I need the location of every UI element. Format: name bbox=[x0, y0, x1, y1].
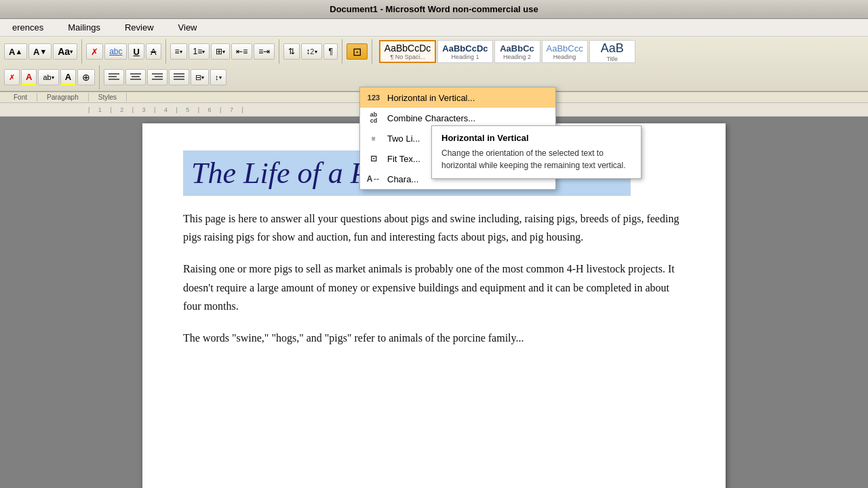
text-effect-btn[interactable]: abc bbox=[104, 43, 127, 60]
title-bar: Document1 - Microsoft Word non-commercia… bbox=[0, 0, 868, 19]
menu-view[interactable]: View bbox=[173, 21, 203, 34]
multicolumn-btn[interactable]: ⊟▾ bbox=[191, 69, 209, 85]
style-heading2[interactable]: AaBbCc Heading 2 bbox=[494, 40, 540, 63]
styles-section-label: Styles bbox=[89, 93, 127, 102]
paragraph-3-text: The words "swine," "hogs," and "pigs" re… bbox=[183, 332, 524, 344]
pilcrow-btn[interactable]: ¶ bbox=[323, 43, 337, 60]
sep1 bbox=[81, 39, 82, 64]
paragraph-section-label: Paragraph bbox=[37, 93, 89, 102]
clear-format-btn[interactable]: ✗ bbox=[86, 43, 103, 60]
row2-sep1 bbox=[99, 65, 100, 89]
ribbon-row1: A▲ A▼ Aa▾ ✗ abc U A ≡▾ 1≡▾ ⊞▾ ⇤≡ ≡⇥ ⇅ ↕2… bbox=[4, 39, 864, 64]
align-center-icon bbox=[130, 73, 141, 82]
align-right-icon bbox=[152, 73, 163, 82]
font-section-label: Font bbox=[4, 93, 37, 102]
paragraph-2: Raising one or more pigs to sell as mark… bbox=[183, 260, 685, 315]
paragraph-1: This page is here to answer all your que… bbox=[183, 209, 685, 246]
style-no-spacing-label: ¶ No Spaci... bbox=[390, 54, 425, 60]
combine-characters-icon: abcd bbox=[367, 111, 380, 125]
fit-text-icon: ⊡ bbox=[367, 152, 380, 165]
multilevel-btn[interactable]: ⊞▾ bbox=[211, 43, 230, 60]
styles-gallery: AaBbCcDc ¶ No Spaci... AaBbCcDc Heading … bbox=[379, 40, 635, 63]
font-size-up-btn[interactable]: A▲ bbox=[4, 43, 27, 60]
bullets-btn[interactable]: ≡▾ bbox=[170, 43, 187, 60]
style-heading3-label: Heading bbox=[553, 54, 576, 60]
style-heading2-text: AaBbCc bbox=[500, 43, 534, 54]
style-title-label: Title bbox=[606, 56, 618, 62]
font-color2-btn[interactable]: A bbox=[60, 69, 76, 85]
paragraph-2-text: Raising one or more pigs to sell as mark… bbox=[183, 263, 675, 311]
font-color-a-btn[interactable]: A bbox=[21, 69, 37, 85]
text-direction-btn[interactable]: ⊡ bbox=[347, 43, 368, 60]
ribbon-row2: ✗ A ab▾ A ⊕ ⊟▾ ↕▾ bbox=[4, 65, 864, 89]
tooltip-title: Horizontal in Vertical bbox=[441, 133, 631, 143]
sep3 bbox=[279, 39, 279, 64]
style-heading1[interactable]: AaBbCcDc Heading 1 bbox=[437, 40, 492, 63]
menu-bar: erences Mailings Review View bbox=[0, 19, 868, 37]
strikethrough-btn[interactable]: A bbox=[146, 43, 161, 60]
style-heading2-label: Heading 2 bbox=[503, 54, 531, 60]
dropdown-item-horizontal-in-vertical[interactable]: 123 Horizontal in Vertical... bbox=[360, 87, 555, 108]
font-style-btn[interactable]: Aa▾ bbox=[53, 43, 77, 60]
decrease-indent-btn[interactable]: ⇤≡ bbox=[231, 43, 252, 60]
font-highlight-btn[interactable]: ab▾ bbox=[38, 69, 58, 85]
increase-indent-btn[interactable]: ≡⇥ bbox=[254, 43, 275, 60]
style-heading3-text: AaBbCcc bbox=[547, 43, 583, 54]
align-left-icon bbox=[108, 73, 119, 82]
ribbon: A▲ A▼ Aa▾ ✗ abc U A ≡▾ 1≡▾ ⊞▾ ⇤≡ ≡⇥ ⇅ ↕2… bbox=[0, 37, 868, 92]
sep5 bbox=[372, 39, 372, 64]
align-right-btn[interactable] bbox=[147, 69, 167, 85]
dropdown-item-two-lines-text: Two Li... bbox=[387, 134, 420, 144]
align-center2-btn[interactable] bbox=[125, 69, 146, 85]
justify-icon bbox=[174, 73, 184, 82]
style-heading3[interactable]: AaBbCcc Heading bbox=[542, 40, 588, 63]
dropdown-item-combine-text: Combine Characters... bbox=[387, 113, 475, 123]
circle-btn[interactable]: ⊕ bbox=[77, 69, 95, 85]
sep4 bbox=[342, 39, 342, 64]
tooltip-box: Horizontal in Vertical Change the orient… bbox=[431, 125, 642, 179]
menu-mailings[interactable]: Mailings bbox=[62, 21, 106, 34]
style-no-spacing-text: AaBbCcDc bbox=[384, 43, 431, 54]
menu-review[interactable]: Review bbox=[119, 21, 159, 34]
title-text: Document1 - Microsoft Word non-commercia… bbox=[330, 4, 538, 14]
line-spacing2-btn[interactable]: ↕▾ bbox=[210, 69, 226, 85]
align-left-btn[interactable] bbox=[104, 69, 124, 85]
dropdown-item-character-scale-text: Chara... bbox=[387, 174, 418, 184]
menu-references[interactable]: erences bbox=[7, 21, 49, 34]
document-heading-text: The Life of a P... bbox=[191, 157, 387, 190]
numbering-btn[interactable]: 1≡▾ bbox=[189, 43, 210, 60]
style-no-spacing[interactable]: AaBbCcDc ¶ No Spaci... bbox=[379, 40, 436, 63]
dropdown-item-fit-text-text: Fit Tex... bbox=[387, 154, 420, 164]
sort-btn[interactable]: ⇅ bbox=[283, 43, 300, 60]
style-title-text: AaB bbox=[601, 41, 624, 56]
tooltip-description: Change the orientation of the selected t… bbox=[441, 147, 631, 171]
paragraph-3: The words "swine," "hogs," and "pigs" re… bbox=[183, 329, 685, 347]
justify-btn[interactable] bbox=[169, 69, 189, 85]
character-scale-icon: A↔ bbox=[367, 172, 380, 186]
dropdown-item-horizontal-in-vertical-text: Horizontal in Vertical... bbox=[387, 93, 475, 103]
style-heading1-label: Heading 1 bbox=[451, 54, 479, 60]
font-size-down-btn[interactable]: A▼ bbox=[28, 43, 52, 60]
align-center-btn[interactable]: ↕2▾ bbox=[301, 43, 322, 60]
style-title[interactable]: AaB Title bbox=[589, 40, 635, 63]
style-heading1-text: AaBbCcDc bbox=[442, 43, 488, 54]
row2-x-btn[interactable]: ✗ bbox=[4, 69, 20, 85]
paragraph-1-text: This page is here to answer all your que… bbox=[183, 213, 679, 243]
sep2 bbox=[165, 39, 166, 64]
two-lines-icon: ≡ bbox=[367, 131, 380, 145]
horizontal-in-vertical-icon: 123 bbox=[367, 91, 380, 104]
document-body[interactable]: This page is here to answer all your que… bbox=[183, 209, 685, 347]
underline-btn[interactable]: U bbox=[128, 43, 144, 60]
